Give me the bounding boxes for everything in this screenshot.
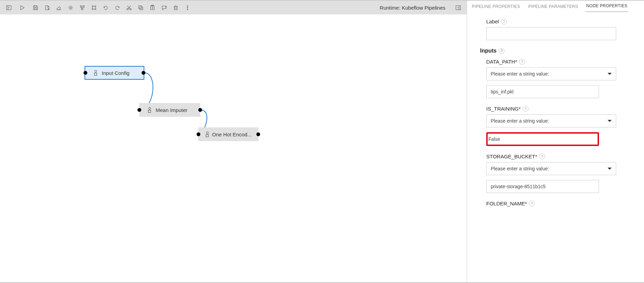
- play-icon: [19, 5, 25, 11]
- export-icon: [44, 5, 50, 11]
- save-icon: [33, 5, 38, 11]
- undo-icon: [103, 5, 109, 11]
- undo-button[interactable]: [100, 2, 111, 13]
- export-button[interactable]: [41, 2, 53, 13]
- cut-button[interactable]: [123, 2, 135, 13]
- side-panel-tabs: PIPELINE PROPERTIES PIPELINE PARAMETERS …: [467, 1, 644, 12]
- svg-point-14: [95, 5, 96, 7]
- inputs-heading: Inputs ?: [480, 48, 625, 54]
- tab-node-properties[interactable]: NODE PROPERTIES: [586, 0, 628, 12]
- field-label-is-training: IS_TRAINING* ?: [486, 106, 625, 112]
- settings-button[interactable]: [65, 2, 76, 13]
- paste-icon: [149, 5, 155, 11]
- node-one-hot-encoder[interactable]: One Hot Encod...: [198, 127, 258, 141]
- tab-pipeline-parameters[interactable]: PIPELINE PARAMETERS: [528, 1, 579, 12]
- svg-point-21: [127, 8, 128, 10]
- paste-button[interactable]: [146, 2, 158, 13]
- svg-rect-33: [174, 7, 177, 10]
- data-path-input[interactable]: [486, 85, 599, 98]
- svg-rect-4: [34, 8, 37, 10]
- help-icon[interactable]: ?: [501, 19, 507, 24]
- toggle-right-panel-button[interactable]: [452, 2, 464, 13]
- is-training-input[interactable]: [488, 134, 598, 145]
- arrange-h-button[interactable]: [88, 2, 100, 13]
- svg-rect-10: [81, 8, 82, 10]
- redo-icon: [114, 5, 120, 11]
- field-label-data-path: DATA_PATH* ?: [486, 59, 625, 65]
- data-path-type-select[interactable]: Please enter a string value:: [486, 67, 616, 80]
- svg-rect-25: [138, 5, 142, 9]
- main-area: Runtime: Kubeflow Pipelines Input Config…: [0, 1, 467, 282]
- dots-icon: [185, 5, 190, 11]
- storage-bucket-input[interactable]: [486, 180, 599, 193]
- trash-icon: [173, 5, 179, 11]
- svg-point-40: [187, 9, 188, 10]
- svg-point-16: [95, 9, 96, 10]
- copy-button[interactable]: [135, 2, 146, 13]
- svg-point-38: [187, 5, 188, 6]
- svg-rect-8: [80, 5, 81, 7]
- more-button[interactable]: [181, 2, 193, 13]
- edges-layer: [0, 14, 467, 282]
- storage-bucket-type-select[interactable]: Please enter a string value:: [486, 162, 616, 175]
- field-label-folder-name: FOLDER_NAME* ?: [486, 201, 625, 206]
- chevron-down-icon: [608, 120, 612, 122]
- help-icon[interactable]: ?: [523, 106, 529, 112]
- label-input[interactable]: [486, 27, 616, 40]
- pipeline-canvas[interactable]: Input Config Mean Imputer One Hot Encod.…: [0, 14, 467, 282]
- clear-button[interactable]: [53, 2, 65, 13]
- node-label: Mean Imputer: [156, 107, 188, 113]
- svg-point-15: [92, 9, 93, 10]
- node-mean-imputer[interactable]: Mean Imputer: [139, 103, 200, 117]
- node-label: One Hot Encod...: [212, 132, 252, 137]
- svg-rect-9: [83, 5, 84, 7]
- svg-rect-3: [34, 5, 36, 7]
- help-icon[interactable]: ?: [499, 48, 504, 54]
- gear-icon: [68, 5, 74, 11]
- redo-button[interactable]: [111, 2, 123, 13]
- field-label-storage-bucket: STORAGE_BUCKET* ?: [486, 154, 625, 159]
- panel-left-icon: [6, 5, 12, 11]
- comment-button[interactable]: [158, 2, 170, 13]
- component-icon: [93, 70, 98, 76]
- panel-right-icon: [455, 5, 461, 11]
- svg-marker-2: [21, 5, 24, 10]
- help-icon[interactable]: ?: [519, 59, 525, 65]
- component-icon: [147, 107, 152, 113]
- help-icon[interactable]: ?: [539, 154, 545, 159]
- port-out[interactable]: [198, 108, 202, 112]
- arrange-v-icon: [79, 5, 85, 11]
- component-icon: [206, 132, 209, 137]
- svg-point-22: [130, 8, 131, 10]
- toolbar: Runtime: Kubeflow Pipelines: [0, 1, 467, 14]
- tab-pipeline-properties[interactable]: PIPELINE PROPERTIES: [471, 1, 521, 12]
- delete-button[interactable]: [170, 2, 181, 13]
- label-field-label: Label ?: [486, 19, 625, 24]
- panel-body[interactable]: Label ? Inputs ? DATA_PATH* ? Please ent…: [467, 12, 644, 282]
- is-training-type-select[interactable]: Please enter a string value:: [486, 114, 616, 127]
- port-out[interactable]: [142, 71, 145, 75]
- port-out[interactable]: [256, 133, 260, 136]
- port-in[interactable]: [137, 108, 141, 112]
- toggle-left-panel-button[interactable]: [3, 2, 14, 13]
- cut-icon: [126, 5, 132, 11]
- svg-point-39: [187, 7, 188, 8]
- arrange-v-button[interactable]: [76, 2, 88, 13]
- chevron-down-icon: [608, 73, 612, 75]
- run-button[interactable]: [16, 2, 28, 13]
- save-button[interactable]: [30, 2, 41, 13]
- arrange-h-icon: [91, 5, 97, 11]
- svg-point-7: [69, 7, 71, 8]
- node-label: Input Config: [102, 70, 130, 76]
- copy-icon: [138, 5, 144, 11]
- svg-line-5: [47, 7, 49, 9]
- runtime-label: Runtime: Kubeflow Pipelines: [376, 5, 449, 11]
- help-icon[interactable]: ?: [529, 201, 535, 206]
- is-training-highlight: [486, 132, 599, 146]
- port-in[interactable]: [84, 71, 87, 75]
- port-in[interactable]: [197, 133, 200, 136]
- eraser-icon: [56, 5, 62, 11]
- chevron-down-icon: [608, 168, 612, 170]
- svg-point-13: [92, 5, 93, 7]
- node-input-config[interactable]: Input Config: [85, 66, 144, 80]
